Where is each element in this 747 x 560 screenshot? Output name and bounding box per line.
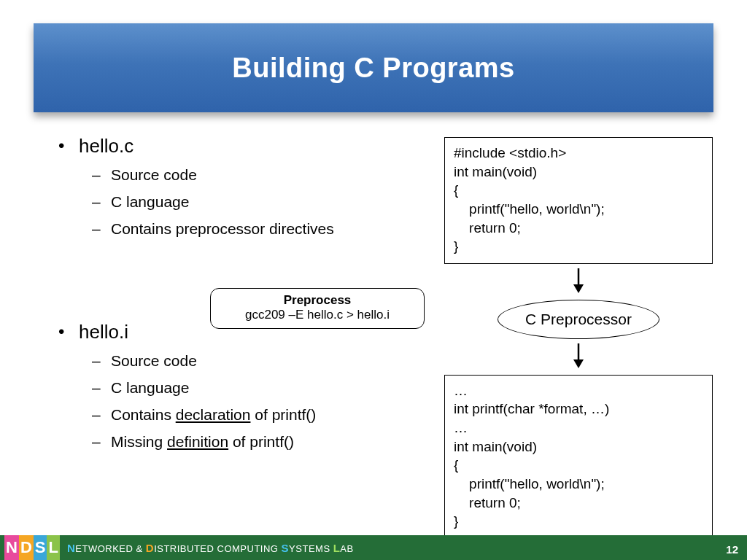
- arrow-down-icon: [572, 342, 585, 372]
- preprocess-box: Preprocess gcc209 –E hello.c > hello.i: [210, 288, 425, 329]
- preprocess-command: gcc209 –E hello.c > hello.i: [218, 308, 417, 322]
- code-box-source: #include <stdio.h> int main(void) { prin…: [444, 137, 713, 264]
- sub-item: Contains preprocessor directives: [92, 216, 423, 243]
- ndsl-logo: N D S L: [4, 535, 60, 560]
- code-box-output: … int printf(char *format, …) … int main…: [444, 375, 713, 539]
- svg-marker-1: [573, 284, 584, 293]
- slide-title: Building C Programs: [232, 52, 514, 84]
- sub-item: C language: [92, 375, 423, 402]
- bullet-hello-c: hello.c Source code C language Contains …: [58, 135, 423, 242]
- bullet-hello-i: hello.i Source code C language Contains …: [58, 321, 423, 455]
- sub-item: C language: [92, 189, 423, 216]
- sub-item: Source code: [92, 162, 423, 189]
- title-bar: Building C Programs: [34, 23, 713, 112]
- preprocess-title: Preprocess: [218, 293, 417, 308]
- bullet-head: hello.i: [79, 321, 128, 343]
- sub-item: Missing definition of printf(): [92, 429, 423, 456]
- page-number: 12: [726, 543, 738, 556]
- svg-marker-3: [573, 359, 584, 368]
- footer-text: NETWORKED & DISTRIBUTED COMPUTING SYSTEM…: [67, 542, 354, 554]
- bullet-head: hello.c: [79, 135, 133, 157]
- slide: Building C Programs hello.c Source code …: [0, 0, 747, 560]
- flowchart: #include <stdio.h> int main(void) { prin…: [436, 137, 721, 539]
- sub-item: Contains declaration of printf(): [92, 402, 423, 429]
- footer: N D S L NETWORKED & DISTRIBUTED COMPUTIN…: [0, 535, 747, 560]
- arrow-down-icon: [572, 267, 585, 297]
- sub-item: Source code: [92, 348, 423, 375]
- preprocessor-node: C Preprocessor: [498, 300, 659, 339]
